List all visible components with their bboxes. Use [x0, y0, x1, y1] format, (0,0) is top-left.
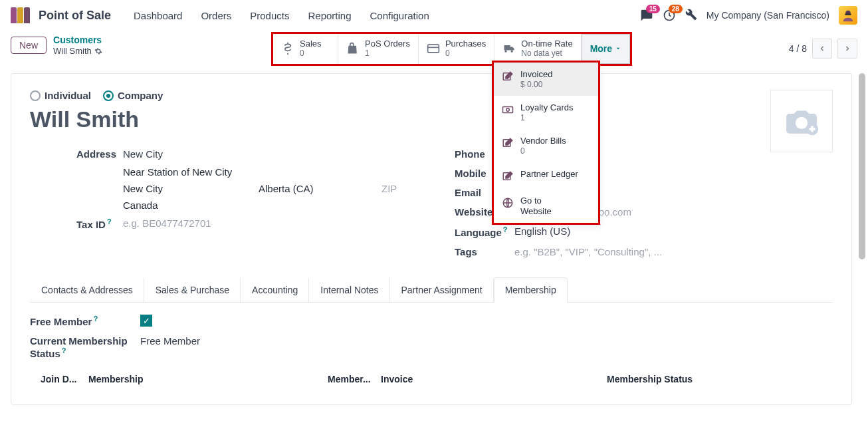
radio-individual[interactable]: Individual	[30, 90, 91, 101]
dropdown-loyalty[interactable]: Loyalty Cards1	[494, 96, 598, 129]
svg-point-11	[796, 116, 808, 128]
money-icon	[502, 104, 514, 116]
svg-rect-3	[428, 45, 439, 53]
nav-orders[interactable]: Orders	[194, 6, 238, 25]
stat-ontime[interactable]: On-time RateNo data yet	[494, 34, 581, 64]
dropdown-goto-website[interactable]: Go to Website	[494, 189, 598, 223]
chevron-left-icon	[818, 45, 826, 53]
camera-plus-icon	[778, 103, 825, 140]
debug-icon[interactable]	[685, 9, 697, 23]
stat-purchases[interactable]: Purchases0	[419, 34, 494, 64]
app-logo[interactable]	[11, 7, 31, 23]
dropdown-vendor-bills[interactable]: Vendor Bills0	[494, 129, 598, 162]
breadcrumb-customers[interactable]: Customers	[53, 35, 102, 46]
pager-prev[interactable]	[812, 39, 832, 59]
help-icon[interactable]: ?	[107, 218, 112, 225]
label-tags: Tags	[455, 246, 514, 257]
pencil-square-icon	[502, 137, 514, 149]
field-language[interactable]: English (US)	[514, 225, 570, 237]
image-placeholder[interactable]	[770, 90, 833, 152]
form-card: Individual Company Will Smith Address Ne…	[11, 73, 852, 405]
help-icon[interactable]: ?	[93, 315, 98, 323]
pencil-square-icon	[502, 170, 514, 182]
radio-company[interactable]: Company	[103, 90, 163, 101]
help-icon[interactable]: ?	[62, 347, 66, 355]
field-street[interactable]: New City	[123, 148, 163, 160]
scrollbar[interactable]	[857, 73, 865, 439]
field-street2[interactable]: Near Station of New City	[123, 166, 232, 178]
pager: 4 / 8	[789, 39, 857, 59]
svg-rect-6	[503, 106, 513, 112]
chevron-right-icon	[843, 45, 851, 53]
pencil-square-icon	[502, 71, 514, 82]
field-city[interactable]: New City	[123, 183, 259, 194]
label-taxid: Tax ID?	[76, 218, 123, 230]
label-language: Language?	[455, 225, 514, 238]
discuss-icon[interactable]: 15	[640, 9, 653, 22]
pager-next[interactable]	[837, 39, 857, 59]
caret-down-icon	[615, 45, 621, 52]
svg-rect-2	[845, 13, 851, 15]
pager-text[interactable]: 4 / 8	[789, 43, 807, 54]
field-state[interactable]: Alberta (CA)	[259, 183, 345, 194]
field-taxid[interactable]: e.g. BE0477472701	[123, 218, 211, 229]
tab-partner-assignment[interactable]: Partner Assignment	[390, 277, 494, 302]
user-avatar[interactable]	[839, 6, 857, 25]
field-zip[interactable]: ZIP	[381, 183, 397, 194]
nav-reporting[interactable]: Reporting	[301, 6, 358, 25]
activity-badge: 28	[669, 5, 683, 13]
stat-pos-orders[interactable]: PoS Orders1	[338, 34, 419, 64]
tab-notes[interactable]: Internal Notes	[309, 277, 389, 302]
tabs: Contacts & Addresses Sales & Purchase Ac…	[30, 277, 833, 303]
new-button[interactable]: New	[11, 37, 47, 54]
globe-icon	[502, 197, 514, 209]
stat-sales[interactable]: Sales0	[273, 34, 338, 64]
nav-configuration[interactable]: Configuration	[364, 6, 436, 25]
truck-icon	[502, 42, 516, 55]
membership-table-header: Join D... Membership Member... Invoice M…	[30, 363, 833, 388]
app-title[interactable]: Point of Sale	[39, 9, 111, 23]
tab-accounting[interactable]: Accounting	[241, 277, 309, 302]
label-membership-status: Current Membership Status?	[30, 335, 140, 359]
field-membership-status: Free Member	[140, 335, 200, 347]
record-name[interactable]: Will Smith	[30, 106, 833, 132]
help-icon[interactable]: ?	[503, 225, 508, 233]
gear-icon[interactable]	[94, 47, 102, 55]
dropdown-partner-ledger[interactable]: Partner Ledger	[494, 162, 598, 189]
breadcrumb-record: Will Smith	[53, 46, 92, 57]
dropdown-invoiced[interactable]: Invoiced$ 0.00	[494, 63, 598, 96]
label-address: Address	[76, 148, 123, 160]
field-tags[interactable]: e.g. "B2B", "VIP", "Consulting", ...	[514, 246, 662, 257]
company-selector[interactable]: My Company (San Francisco)	[706, 10, 829, 21]
top-nav: Point of Sale Dashboard Orders Products …	[0, 0, 868, 31]
bag-icon	[346, 42, 360, 55]
tab-sales[interactable]: Sales & Purchase	[144, 277, 241, 302]
checkbox-free-member[interactable]: ✓	[140, 315, 152, 327]
label-free-member: Free Member?	[30, 315, 140, 327]
discuss-badge: 15	[646, 5, 660, 13]
dollar-icon	[281, 42, 294, 55]
nav-dashboard[interactable]: Dashboard	[127, 6, 189, 25]
more-button[interactable]: More	[582, 34, 630, 64]
more-dropdown: Invoiced$ 0.00 Loyalty Cards1 Vendor Bil…	[492, 61, 600, 225]
field-country[interactable]: Canada	[123, 200, 158, 211]
svg-point-7	[506, 108, 510, 112]
tab-membership[interactable]: Membership	[494, 277, 568, 303]
tab-contacts[interactable]: Contacts & Addresses	[30, 277, 144, 302]
breadcrumb: Customers Will Smith	[53, 35, 102, 56]
activity-icon[interactable]: 28	[663, 9, 676, 22]
nav-products[interactable]: Products	[243, 6, 296, 25]
card-icon	[427, 42, 440, 55]
